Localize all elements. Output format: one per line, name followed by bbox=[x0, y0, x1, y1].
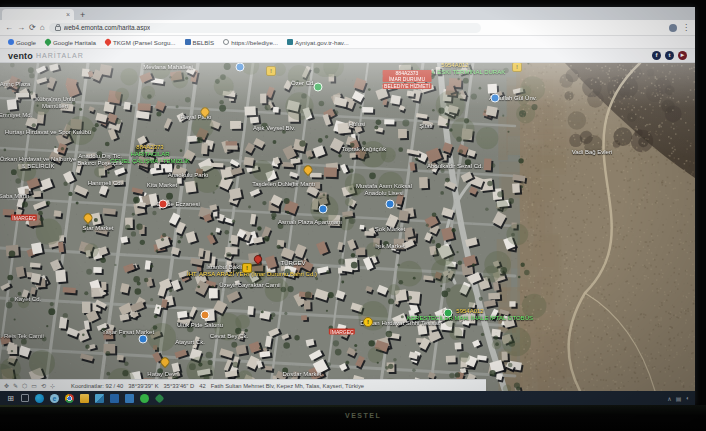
bookmark-label: TKGM (Parsel Sorgu... bbox=[113, 39, 176, 46]
bookmarks-list: GoogleGoogle HaritalaTKGM (Parsel Sorgu.… bbox=[8, 39, 349, 46]
polygon-tool-icon[interactable]: ⬡ bbox=[22, 382, 27, 389]
start-icon[interactable]: ⊞ bbox=[6, 394, 15, 403]
twitter-icon[interactable]: t bbox=[665, 51, 674, 60]
bookmark-item[interactable]: Ayniyat.gov.tr-hav... bbox=[287, 39, 349, 46]
shield-marker[interactable]: ! bbox=[512, 63, 522, 72]
address-bar[interactable]: web4.emonta.com/harita.aspx bbox=[49, 23, 481, 33]
measure-tool-icon[interactable]: ⟲ bbox=[41, 382, 46, 389]
coordinates-label: Koordinatlar: 92 / 40 bbox=[71, 383, 123, 389]
map-label: Kita Market bbox=[147, 182, 177, 189]
longitude-value: 35°33'46" D bbox=[164, 383, 195, 389]
browser-toolbar: ← → ⟳ ⌂ web4.emonta.com/harita.aspx ⋮ bbox=[0, 20, 695, 36]
map-label-line: Özer Cd. bbox=[291, 80, 315, 87]
map-label-line: İMARGEÇ bbox=[329, 328, 355, 334]
bus-stop-marker[interactable] bbox=[319, 205, 328, 214]
map-label: Mustafa Asım KöksalAnadolu Lisesi bbox=[356, 183, 412, 197]
monitor-screen: × + ← → ⟳ ⌂ web4.emonta.com/harita.aspx … bbox=[0, 7, 695, 405]
map-label-line: Bakırcı Poşetçilik bbox=[77, 160, 123, 167]
youtube-icon[interactable]: ► bbox=[678, 51, 687, 60]
url-text: web4.emonta.com/harita.aspx bbox=[64, 24, 151, 31]
lock-icon bbox=[55, 26, 61, 31]
map-label: Asmalı Plaza Apartmanı bbox=[278, 219, 342, 226]
whatsapp-icon[interactable] bbox=[140, 394, 149, 403]
map-label: İHT. ARSA ARAZİ YERİ (İmar Durumu Bahri … bbox=[187, 271, 317, 278]
settings-green-icon[interactable] bbox=[155, 393, 165, 403]
map-label-line: Kayet Cd. bbox=[15, 296, 41, 303]
green-poi-marker[interactable] bbox=[444, 309, 453, 318]
internet-explorer-icon[interactable]: e bbox=[50, 394, 59, 403]
mail-icon[interactable] bbox=[125, 394, 134, 403]
map-label: H. Reis Tek Camii bbox=[0, 333, 44, 340]
map-label: 5954A012KERESTECİLER MAH. İHALE İPTAL OT… bbox=[407, 308, 533, 322]
bus-stop-marker[interactable] bbox=[236, 63, 245, 72]
task-view-icon[interactable] bbox=[21, 394, 29, 402]
bus-stop-marker[interactable] bbox=[139, 335, 148, 344]
select-tool-icon[interactable]: ✥ bbox=[4, 382, 9, 389]
map-label: Işık Market bbox=[375, 243, 404, 250]
map-viewport[interactable]: Mevlana Mahallesi884A2373HARİTACILARGENE… bbox=[0, 63, 695, 391]
bus-stop-marker[interactable] bbox=[491, 94, 500, 103]
map-label-line: Asmalı Plaza Apartmanı bbox=[278, 219, 342, 226]
photos-icon[interactable] bbox=[95, 394, 104, 403]
pin-red-icon bbox=[104, 38, 112, 46]
address-text: Fatih Sultan Mehmet Blv, Kepez Mh, Talas… bbox=[211, 383, 364, 389]
rect-tool-icon[interactable]: ▭ bbox=[31, 382, 37, 389]
map-label-line: TÜRGEV bbox=[280, 260, 305, 267]
map-label-line: Star Market bbox=[82, 225, 113, 232]
google-icon bbox=[8, 39, 14, 45]
facebook-icon[interactable]: f bbox=[652, 51, 661, 60]
file-explorer-icon[interactable] bbox=[80, 394, 89, 403]
shield-marker[interactable]: ! bbox=[242, 263, 252, 273]
app-logo: vento bbox=[8, 51, 33, 61]
green-poi-marker[interactable] bbox=[314, 83, 323, 92]
back-icon[interactable]: ← bbox=[5, 23, 13, 32]
shield-marker[interactable]: ! bbox=[266, 66, 276, 76]
new-tab-button[interactable]: + bbox=[80, 10, 85, 20]
map-label: Kübra'nın UnluMamülleri bbox=[35, 96, 75, 110]
bus-stop-marker[interactable] bbox=[386, 200, 395, 209]
map-label-line: Nefis Mantı bbox=[285, 181, 315, 188]
store-icon[interactable] bbox=[110, 394, 119, 403]
restaurant-marker[interactable] bbox=[201, 311, 210, 320]
bookmark-item[interactable]: Google Haritala bbox=[45, 39, 96, 46]
profile-avatar[interactable] bbox=[669, 24, 677, 32]
map-label-line: Hatay Devri bbox=[147, 371, 178, 378]
draw-tool-icon[interactable]: ✎ bbox=[13, 382, 18, 389]
bookmark-item[interactable]: TKGM (Parsel Sorgu... bbox=[105, 39, 176, 46]
reload-icon[interactable]: ⟳ bbox=[29, 23, 36, 32]
bookmark-item[interactable]: Google bbox=[8, 39, 36, 46]
menu-icon[interactable]: ⋮ bbox=[682, 23, 690, 32]
home-icon[interactable]: ⌂ bbox=[40, 23, 45, 32]
warning-marker[interactable]: ! bbox=[363, 317, 373, 327]
tab-close-icon[interactable]: × bbox=[66, 11, 70, 18]
map-label: Hanımeli Cd. bbox=[88, 180, 123, 187]
map-label-line: BELEDİYE HİZMETİ bbox=[383, 83, 432, 89]
chrome-icon[interactable] bbox=[65, 394, 74, 403]
map-label-line: H. Reis Tek Camii bbox=[0, 333, 44, 340]
edge-icon[interactable] bbox=[35, 394, 44, 403]
tray-network-icon[interactable]: ▤ bbox=[676, 395, 682, 402]
browser-tab[interactable]: × bbox=[2, 9, 74, 20]
zoom-level-value: 42 bbox=[199, 383, 205, 389]
map-label-line: Dostlar Market bbox=[282, 371, 321, 378]
bookmark-label: Google Haritala bbox=[53, 39, 96, 46]
map-label: Cevat Bey Ck. bbox=[210, 333, 248, 340]
tray-volume-icon[interactable]: ◖ bbox=[685, 395, 689, 401]
map-label-line: Hurtaşı Hırdavat ve Spor Kulübü bbox=[5, 129, 91, 136]
map-label: Vadi Bağ Evleri bbox=[572, 149, 613, 156]
pan-tool-icon[interactable]: ⊹ bbox=[50, 382, 55, 389]
bookmark-item[interactable]: BELBİS bbox=[185, 39, 215, 46]
system-tray[interactable]: ∧▤◖ bbox=[667, 395, 689, 402]
gis-status-bar: ✥✎⬡▭⟲⊹ Koordinatlar: 92 / 40 38°39'39" K… bbox=[0, 379, 486, 391]
map-label-line: İHT. ARSA ARAZİ YERİ (İmar Durumu Bahri … bbox=[187, 271, 317, 278]
map-label: Şifalı bbox=[419, 123, 432, 130]
forward-icon[interactable]: → bbox=[17, 23, 25, 32]
map-label-line: Atayurt Ck. bbox=[175, 339, 205, 346]
tray-chevron-icon[interactable]: ∧ bbox=[667, 395, 671, 402]
map-label: İMARGEÇ bbox=[329, 328, 355, 335]
pharmacy-marker[interactable] bbox=[159, 200, 168, 209]
bookmark-label: Ayniyat.gov.tr-hav... bbox=[295, 39, 349, 46]
square-blue-icon bbox=[185, 39, 191, 45]
header-social-buttons: ft► bbox=[652, 51, 687, 60]
bookmark-item[interactable]: https://belediye... bbox=[223, 39, 278, 46]
